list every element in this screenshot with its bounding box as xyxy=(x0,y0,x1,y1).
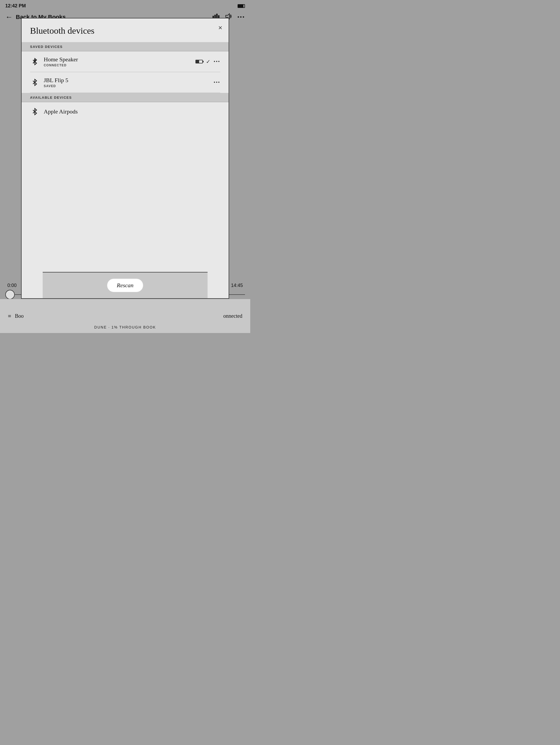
device-more-options-icon[interactable]: ••• xyxy=(214,59,220,64)
device-status: CONNECTED xyxy=(44,63,195,67)
bluetooth-icon-jbl xyxy=(30,78,39,87)
end-time: 14:45 xyxy=(231,283,243,288)
device-item-home-speaker[interactable]: ✗ Home Speaker CONNECTED ✓ ••• xyxy=(30,51,220,72)
start-time: 0:00 xyxy=(7,283,17,288)
device-actions-jbl: ••• xyxy=(214,80,220,85)
battery-indicator xyxy=(238,4,245,8)
saved-devices-header: SAVED DEVICES xyxy=(22,42,229,51)
bottom-left-controls: ≡ Boo xyxy=(8,313,24,320)
status-time: 12:42 PM xyxy=(5,3,26,9)
device-name-airpods: Apple Airpods xyxy=(44,108,220,115)
device-info-jbl: JBL Flip 5 SAVED xyxy=(44,77,214,88)
status-bar: 12:42 PM xyxy=(0,0,250,11)
modal-close-button[interactable]: × xyxy=(218,24,222,32)
bluetooth-icon-airpods xyxy=(30,107,39,116)
more-options-icon[interactable]: ••• xyxy=(237,14,245,21)
modal-bottom-bar: Rescan xyxy=(43,272,208,298)
list-icon[interactable]: ≡ xyxy=(8,313,11,320)
back-arrow-icon[interactable]: ← xyxy=(5,13,13,21)
available-devices-header: AVAILABLE DEVICES xyxy=(22,93,229,102)
device-name: Home Speaker xyxy=(44,56,195,63)
device-more-options-jbl-icon[interactable]: ••• xyxy=(214,80,220,85)
device-info-airpods: Apple Airpods xyxy=(44,108,220,115)
footer-text: DUNE · 1% THROUGH BOOK xyxy=(0,325,250,329)
bottom-right-label: onnected xyxy=(223,313,242,319)
device-name-jbl: JBL Flip 5 xyxy=(44,77,214,84)
device-status-jbl: SAVED xyxy=(44,84,214,88)
bluetooth-icon: ✗ xyxy=(30,57,39,66)
saved-devices-label: SAVED DEVICES xyxy=(30,45,63,49)
bluetooth-modal: × Bluetooth devices SAVED DEVICES ✗ Home… xyxy=(21,18,229,299)
modal-content: × Bluetooth devices SAVED DEVICES ✗ Home… xyxy=(22,19,229,127)
rescan-button[interactable]: Rescan xyxy=(107,278,144,292)
device-item-airpods[interactable]: Apple Airpods xyxy=(30,102,220,121)
device-info-home-speaker: Home Speaker CONNECTED xyxy=(44,56,195,67)
device-battery-icon xyxy=(195,60,203,63)
device-actions-home-speaker: ✓ ••• xyxy=(195,59,220,65)
device-item-jbl[interactable]: JBL Flip 5 SAVED ••• xyxy=(30,72,220,93)
connected-checkmark-icon: ✓ xyxy=(206,59,211,65)
available-devices-label: AVAILABLE DEVICES xyxy=(30,96,72,99)
modal-title: Bluetooth devices xyxy=(30,26,220,36)
progress-thumb[interactable] xyxy=(5,290,15,299)
bottom-left-label: Boo xyxy=(15,313,24,319)
